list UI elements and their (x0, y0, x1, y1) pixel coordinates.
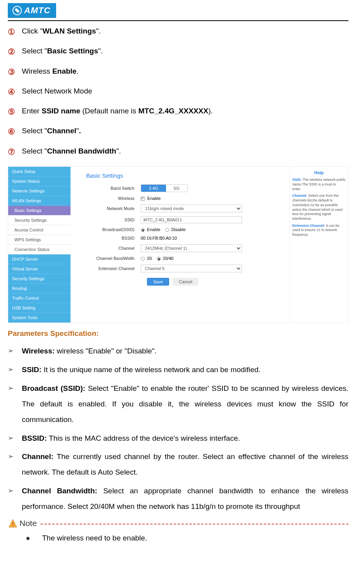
step-5: ⑤ Enter SSID name (Default name is MTC_2… (8, 106, 348, 117)
step-text: Select Network Mode (22, 87, 92, 96)
sidebar-item[interactable]: Quick Setup (8, 167, 71, 177)
sidebar-item[interactable]: System Status (8, 177, 71, 186)
step-number: ③ (8, 67, 22, 77)
sidebar-item[interactable]: Security Settings (8, 215, 71, 225)
cancel-button[interactable]: Cancel (173, 278, 198, 286)
parameters-heading: Parameters Specification: (8, 329, 348, 338)
help-ssid-label: SSID: (292, 178, 302, 182)
note-item: ●The wireless need to be enable. (26, 534, 348, 542)
sidebar-item[interactable]: Access Control (8, 225, 71, 235)
step-number: ⑤ (8, 106, 22, 117)
broadcast-enable-radio[interactable] (141, 228, 145, 232)
row-wireless: Wireless Enable (86, 196, 286, 201)
sidebar-item[interactable]: Security Settings (8, 274, 71, 284)
wireless-enable-label: Enable (147, 196, 161, 201)
parameter-text: Wireless: wireless "Enable" or "Disable"… (22, 343, 348, 359)
row-ssid: SSID (86, 216, 286, 223)
step-number: ④ (8, 87, 22, 97)
step-number: ② (8, 46, 22, 57)
parameter-item: ➢SSID: It is the unique name of the wire… (8, 362, 348, 378)
step-7: ⑦ Select "Channel Bandwidth". (8, 147, 348, 157)
band-2-4g[interactable]: 2.4G (141, 185, 166, 192)
header: AMTC (8, 3, 348, 21)
brand-logo: AMTC (8, 3, 56, 18)
ext-channel-select[interactable]: Channel 5 (141, 265, 242, 272)
ssid-input[interactable] (141, 216, 242, 223)
wireless-checkbox[interactable] (141, 197, 145, 201)
parameter-item: ➢Channel: The currently used channel by … (8, 449, 348, 480)
label-band-switch: Band Switch (86, 186, 141, 191)
sidebar-item[interactable]: Traffic Control (8, 293, 71, 303)
step-4: ④ Select Network Mode (8, 87, 348, 97)
step-number: ⑥ (8, 126, 22, 137)
sidebar-item[interactable]: Basic Settings (8, 206, 71, 215)
sidebar-item[interactable]: Connection Status (8, 245, 71, 254)
note-bullets: ●The wireless need to be enable. (8, 534, 348, 542)
arrow-icon: ➢ (8, 483, 22, 499)
step-text: Select "Channel Bandwidth". (22, 147, 121, 156)
step-1: ① Click "WLAN Settings". (8, 26, 348, 37)
bw-2040-label: 20/40 (163, 256, 174, 261)
svg-text:!: ! (12, 521, 14, 527)
sidebar-item[interactable]: Virtual Server (8, 264, 71, 274)
broadcast-enable-label: Enable (147, 227, 160, 232)
label-wireless: Wireless (86, 196, 141, 201)
panel-title: Basic Settings (86, 172, 286, 179)
row-channel: Channel 2412MHz (Channel 1) (86, 244, 286, 252)
row-band-switch: Band Switch 2.4G 5G (86, 184, 286, 192)
label-broadcast: Broadcast(SSID) (86, 227, 141, 232)
parameter-item: ➢Wireless: wireless "Enable" or "Disable… (8, 343, 348, 359)
broadcast-disable-radio[interactable] (165, 228, 169, 232)
note-row: ! Note (8, 518, 348, 528)
arrow-icon: ➢ (8, 362, 22, 378)
note-text: The wireless need to be enable. (42, 534, 147, 542)
sidebar-item[interactable]: Network Settings (8, 186, 71, 196)
save-button[interactable]: Save (147, 278, 169, 286)
bw-20-label: 20 (147, 256, 152, 261)
row-network-mode: Network Mode 11b/g/n mixed mode (86, 205, 286, 212)
arrow-icon: ➢ (8, 449, 22, 464)
help-title: Help (292, 170, 346, 175)
label-ext-channel: Extension Channel (86, 266, 141, 271)
sidebar-item[interactable]: WLAN Settings (8, 196, 71, 206)
parameter-text: Channel Bandwidth: Select an appropriate… (22, 483, 348, 514)
band-switch-toggle[interactable]: 2.4G 5G (141, 184, 188, 192)
button-row: Save Cancel (147, 278, 286, 286)
bw-2040-radio[interactable] (157, 257, 161, 261)
parameter-item: ➢Broadcast (SSID): Select "Enable" to en… (8, 381, 348, 427)
bullet-icon: ● (26, 534, 42, 542)
router-ui-screenshot: Quick SetupSystem StatusNetwork Settings… (8, 166, 348, 323)
arrow-icon: ➢ (8, 343, 22, 359)
row-ext-channel: Extension Channel Channel 5 (86, 265, 286, 272)
label-ssid: SSID (86, 217, 141, 222)
arrow-icon: ➢ (8, 431, 22, 446)
parameter-item: ➢Channel Bandwidth: Select an appropriat… (8, 483, 348, 514)
note-dashed-line (41, 524, 348, 524)
label-network-mode: Network Mode (86, 206, 141, 211)
parameter-item: ➢BSSID: This is the MAC address of the d… (8, 431, 348, 446)
sidebar-item[interactable]: USB Setting (8, 303, 71, 313)
bw-20-radio[interactable] (141, 257, 145, 261)
sidebar-item[interactable]: Routing (8, 284, 71, 293)
parameters-list: ➢Wireless: wireless "Enable" or "Disable… (8, 343, 348, 514)
brand-text: AMTC (24, 5, 51, 16)
steps-list: ① Click "WLAN Settings". ② Select "Basic… (8, 26, 348, 157)
step-3: ③ Wireless Enable. (8, 67, 348, 77)
label-channel: Channel (86, 246, 141, 251)
sidebar-item[interactable]: WPS Settings (8, 235, 71, 245)
sidebar-item[interactable]: System Tools (8, 313, 71, 323)
label-bandwidth: Channel BandWidth (86, 256, 141, 261)
logo-swirl-icon (12, 6, 22, 15)
step-text: Enter SSID name (Default name is MTC_2.4… (22, 106, 213, 116)
channel-select[interactable]: 2412MHz (Channel 1) (141, 244, 242, 252)
arrow-icon: ➢ (8, 381, 22, 396)
help-panel: Help SSID: The wireless network public n… (290, 167, 348, 323)
parameter-text: BSSID: This is the MAC address of the de… (22, 431, 348, 446)
parameter-text: Broadcast (SSID): Select "Enable" to ena… (22, 381, 348, 427)
network-mode-select[interactable]: 11b/g/n mixed mode (141, 205, 242, 212)
sidebar-item[interactable]: DHCP Server (8, 254, 71, 264)
main-panel: Basic Settings Band Switch 2.4G 5G Wirel… (71, 167, 290, 323)
band-5g[interactable]: 5G (166, 185, 187, 192)
broadcast-disable-label: Disable (171, 227, 186, 232)
step-text: Click "WLAN Settings". (22, 26, 101, 36)
